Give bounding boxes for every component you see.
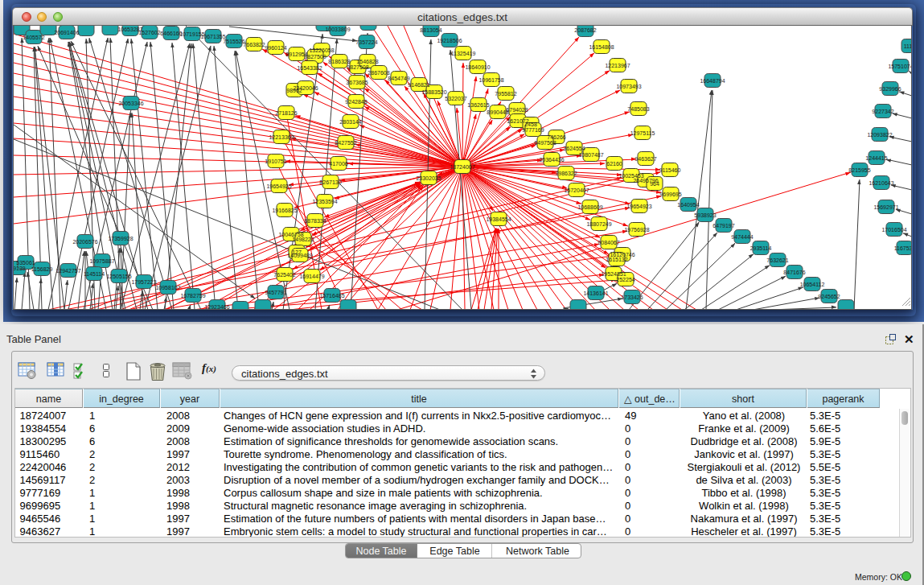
svg-text:2718126: 2718126 [275,110,297,116]
svg-text:19524851: 19524851 [601,271,626,277]
svg-text:18807249: 18807249 [586,221,611,227]
svg-text:10961758: 10961758 [478,77,503,83]
svg-text:9457791: 9457791 [265,290,286,295]
svg-text:1112: 1112 [904,43,912,49]
svg-text:7357224: 7357224 [355,39,377,45]
svg-text:10958107: 10958107 [155,285,180,290]
svg-text:2935114: 2935114 [750,245,772,251]
svg-text:10033809: 10033809 [325,27,350,32]
svg-text:1145114: 1145114 [84,271,105,277]
svg-text:1910751: 1910751 [265,159,286,164]
svg-text:23302035: 23302035 [416,175,441,181]
svg-text:5938923: 5938923 [694,212,716,218]
svg-text:8267130: 8267130 [319,179,341,185]
svg-text:9146821: 9146821 [408,82,429,88]
svg-text:6497568: 6497568 [534,140,556,146]
svg-text:5322037: 5322037 [445,96,466,101]
svg-text:1167534: 1167534 [894,245,912,251]
svg-text:1546828: 1546828 [356,59,378,64]
svg-text:20053346: 20053346 [118,101,143,106]
svg-text:9474444: 9474444 [731,234,753,240]
svg-text:12942757: 12942757 [55,268,80,274]
svg-text:39139: 39139 [14,266,26,271]
svg-text:19218506: 19218506 [437,38,462,43]
svg-text:19384554: 19384554 [486,216,511,222]
svg-text:7663822: 7663822 [243,42,265,47]
svg-text:20691406: 20691406 [54,30,79,35]
svg-text:9827500: 9827500 [304,54,326,60]
svg-text:252254: 252254 [616,277,634,282]
svg-text:11325419: 11325419 [451,51,476,56]
svg-text:15751074: 15751074 [888,64,912,69]
svg-text:9329966: 9329966 [879,86,901,92]
svg-text:746266: 746266 [547,134,565,140]
svg-text:7986322: 7986322 [555,171,577,176]
svg-text:9245652: 9245652 [818,294,840,299]
svg-text:7515526: 7515526 [223,39,244,44]
svg-text:12353594: 12353594 [312,199,337,204]
svg-text:12505155: 12505155 [106,274,131,279]
svg-text:62160: 62160 [606,161,622,167]
svg-text:1244415: 1244415 [865,155,887,161]
svg-text:9777169: 9777169 [522,127,544,133]
svg-text:2803144: 2803144 [339,119,361,125]
svg-text:16543382: 16543382 [297,65,322,71]
svg-text:19756928: 19756928 [624,227,649,233]
svg-text:6479197: 6479197 [713,223,734,229]
svg-text:8427552: 8427552 [335,140,356,146]
svg-text:16154808: 16154808 [589,44,614,50]
svg-text:417006: 417006 [329,161,347,167]
svg-text:17359928: 17359928 [108,236,133,241]
svg-text:12923466: 12923466 [204,304,229,310]
svg-text:9084067: 9084067 [598,240,619,245]
svg-text:1615132: 1615132 [606,257,627,262]
svg-text:10688609: 10688609 [577,204,602,210]
svg-text:1405572: 1405572 [23,35,44,40]
svg-text:10975887: 10975887 [89,258,114,264]
svg-text:16914479: 16914479 [299,274,324,279]
svg-text:1527602: 1527602 [138,30,160,35]
svg-text:10671355: 10671355 [200,34,225,39]
svg-text:12213967: 12213967 [605,63,630,68]
svg-text:3673685: 3673685 [346,80,368,85]
svg-text:19654925: 19654925 [266,183,291,189]
svg-text:15883520: 15883520 [421,89,446,95]
svg-text:15716485: 15716485 [319,293,344,299]
svg-text:10807487: 10807487 [578,152,603,158]
svg-text:9960124: 9960124 [265,45,286,51]
svg-text:7632621: 7632621 [766,257,788,263]
svg-text:1640954: 1640954 [677,202,699,208]
svg-text:8186328: 8186328 [328,59,350,64]
svg-text:14136141: 14136141 [583,290,608,296]
svg-text:12093822: 12093822 [867,132,892,138]
svg-text:8471676: 8471676 [783,270,805,275]
svg-text:10973493: 10973493 [616,84,641,89]
svg-text:20364436: 20364436 [539,157,564,163]
svg-text:15720407: 15720407 [564,187,589,193]
svg-text:17016504: 17016504 [881,227,906,233]
svg-text:20206576: 20206576 [72,239,97,245]
svg-text:9699695: 9699695 [659,192,681,197]
svg-text:7625402: 7625402 [273,272,295,278]
svg-text:18640910: 18640910 [465,64,490,70]
svg-text:7955812: 7955812 [495,91,516,97]
svg-text:9242848: 9242848 [345,99,367,105]
svg-text:1362615: 1362615 [467,102,489,108]
svg-text:9115460: 9115460 [659,167,681,173]
svg-text:16648794: 16648794 [700,78,725,84]
svg-text:9827508: 9827508 [347,64,368,70]
svg-text:8454749: 8454749 [388,76,409,81]
svg-text:8215955: 8215955 [848,167,870,173]
svg-text:8878334: 8878334 [304,218,326,224]
svg-text:18724007: 18724007 [450,164,474,170]
svg-text:17957223: 17957223 [131,279,156,285]
svg-text:13226058: 13226058 [309,47,334,53]
svg-text:535061: 535061 [16,260,35,266]
svg-text:7485083: 7485083 [627,106,649,112]
svg-text:14099489: 14099489 [287,253,312,258]
svg-text:12213369: 12213369 [269,134,294,140]
svg-text:1156829: 1156829 [31,266,53,272]
svg-text:19166825: 19166825 [272,208,297,213]
svg-text:12975115: 12975115 [630,130,655,136]
svg-text:1733426: 1733426 [621,295,643,300]
